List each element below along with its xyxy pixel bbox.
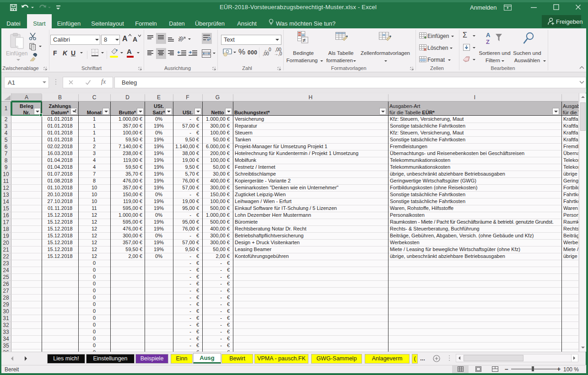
svg-text:A: A bbox=[486, 32, 491, 38]
svg-text:Z: Z bbox=[486, 38, 490, 45]
svg-text:≠: ≠ bbox=[303, 37, 306, 43]
